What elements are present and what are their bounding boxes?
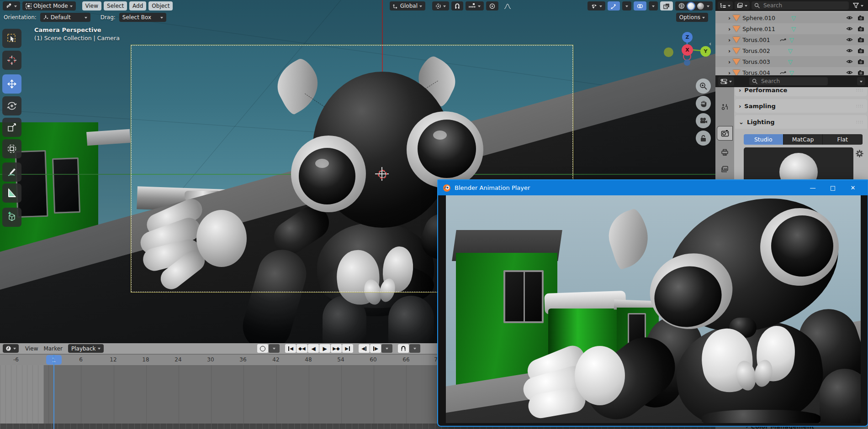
object-name[interactable]: Torus.001 — [742, 37, 770, 43]
gizmo-axis-x[interactable]: X — [682, 44, 693, 56]
playback-dropdown[interactable]: Playback — [68, 344, 104, 353]
auto-key-dropdown[interactable] — [269, 344, 280, 353]
outliner-row[interactable]: › Torus.001 ▽ — [715, 34, 868, 45]
orientation-dropdown[interactable]: Default — [40, 13, 90, 22]
expand-arrow-icon[interactable]: › — [728, 26, 730, 32]
animation-player-window[interactable]: Blender Animation Player — □ ✕ — [437, 179, 868, 427]
timeline-menu-view[interactable]: View — [25, 345, 38, 352]
disable-render-camera-icon[interactable] — [857, 37, 864, 42]
proportional-falloff-icon[interactable] — [501, 1, 514, 10]
panel-lighting[interactable]: ⌄Lighting:::: — [735, 115, 867, 129]
gizmo-axis-y-neg[interactable] — [664, 47, 673, 57]
options-dropdown[interactable]: Options — [676, 13, 708, 22]
outliner-row[interactable]: › Torus.003 ▽ — [715, 56, 868, 67]
mode-selector[interactable]: Object Mode — [22, 1, 76, 10]
outliner-row[interactable]: › Sphere.011 ▽ — [715, 23, 868, 34]
tool-annotate[interactable] — [2, 162, 21, 182]
expand-arrow-icon[interactable]: › — [728, 37, 730, 43]
menu-view[interactable]: View — [82, 1, 101, 10]
object-name[interactable]: Sphere.010 — [742, 15, 775, 21]
outliner-row[interactable]: › Torus.004 ▽ — [715, 67, 868, 75]
prev-frame-button[interactable]: ◀ — [359, 344, 370, 353]
outliner-filter[interactable] — [851, 1, 866, 10]
outliner-scene-filter[interactable] — [735, 1, 750, 10]
hide-eye-icon[interactable] — [846, 37, 853, 42]
pivot-point-dropdown[interactable] — [432, 1, 449, 10]
hide-eye-icon[interactable] — [846, 26, 853, 31]
playhead[interactable] — [53, 355, 54, 429]
close-button[interactable]: ✕ — [843, 180, 863, 195]
timeline-snap-button[interactable] — [398, 344, 409, 353]
outliner-search-input[interactable] — [762, 2, 846, 9]
play-button[interactable]: ▶ — [319, 344, 330, 353]
prev-keyframe-button[interactable]: ◆◀ — [296, 344, 307, 353]
tool-move[interactable] — [2, 74, 21, 94]
menu-object[interactable]: Object — [148, 1, 173, 10]
frame-step-dropdown[interactable] — [381, 344, 392, 353]
next-keyframe-button[interactable]: ▶◆ — [331, 344, 342, 353]
overlays-toggle[interactable] — [634, 1, 646, 10]
play-reverse-button[interactable]: ◀ — [308, 344, 319, 353]
tab-view-layer[interactable] — [717, 162, 732, 176]
material-shading-icon[interactable] — [697, 3, 704, 10]
gizmos-dropdown[interactable] — [622, 1, 631, 10]
tab-tool[interactable] — [717, 100, 732, 114]
lock-view-button[interactable] — [696, 131, 711, 146]
jump-start-button[interactable]: ◀ — [285, 344, 296, 353]
properties-search-input[interactable] — [760, 78, 825, 85]
solid-shading-icon[interactable] — [688, 3, 694, 10]
outliner-row[interactable]: › Sphere.010 ▽ — [715, 12, 868, 23]
editor-type-button[interactable] — [3, 1, 20, 10]
tool-scale[interactable] — [2, 118, 21, 137]
hide-eye-icon[interactable] — [846, 70, 853, 75]
auto-key-button[interactable] — [257, 344, 268, 353]
hide-eye-icon[interactable] — [846, 15, 853, 21]
expand-arrow-icon[interactable]: › — [728, 15, 730, 21]
zoom-button[interactable] — [696, 78, 711, 94]
properties-editor-type[interactable] — [718, 77, 734, 86]
player-titlebar[interactable]: Blender Animation Player — □ ✕ — [438, 180, 868, 195]
tab-output[interactable] — [717, 146, 732, 159]
show-gizmo-toggle[interactable] — [587, 1, 605, 10]
menu-select[interactable]: Select — [104, 1, 127, 10]
outliner-display-mode[interactable] — [718, 1, 733, 10]
jump-end-button[interactable]: ▶ — [342, 344, 353, 353]
snap-toggle[interactable] — [451, 1, 463, 10]
gizmo-axis-y[interactable]: Y — [700, 46, 711, 57]
object-name[interactable]: Torus.002 — [742, 47, 770, 54]
tab-flat[interactable]: Flat — [823, 134, 863, 145]
transform-orientation-dropdown[interactable]: Global — [390, 1, 425, 10]
gizmo-axis-z-neg[interactable] — [684, 59, 690, 66]
object-name[interactable]: Torus.003 — [742, 58, 770, 65]
disable-render-camera-icon[interactable] — [857, 26, 864, 31]
maximize-button[interactable]: □ — [823, 180, 843, 195]
gizmo-axis-z[interactable]: Z — [682, 32, 693, 42]
region-collapse-arrow[interactable]: ‹ — [709, 40, 711, 47]
object-name[interactable]: Torus.004 — [742, 69, 770, 76]
panel-sampling[interactable]: ›Sampling:::: — [735, 99, 867, 113]
disable-render-camera-icon[interactable] — [857, 70, 864, 75]
outliner-row[interactable]: › Torus.002 ▽ — [715, 45, 868, 56]
tool-cursor[interactable] — [2, 51, 21, 70]
tool-measure[interactable] — [2, 183, 21, 203]
properties-options-dropdown[interactable] — [857, 77, 865, 85]
object-name[interactable]: Sphere.011 — [742, 26, 775, 32]
tab-matcap[interactable]: MatCap — [783, 134, 823, 145]
hide-eye-icon[interactable] — [846, 48, 853, 53]
navigation-gizmo[interactable]: Z X Y — [660, 31, 715, 68]
tab-render[interactable] — [717, 126, 732, 140]
proportional-edit-toggle[interactable] — [486, 1, 498, 10]
outliner-search[interactable] — [752, 1, 849, 10]
snap-settings-dropdown[interactable] — [466, 1, 484, 10]
pan-button[interactable] — [696, 96, 711, 111]
gizmos-toggle[interactable] — [608, 1, 620, 10]
overlays-dropdown[interactable] — [649, 1, 658, 10]
expand-arrow-icon[interactable]: › — [728, 69, 730, 76]
timeline-snap-dropdown[interactable] — [409, 344, 420, 353]
next-frame-button[interactable]: ▶ — [370, 344, 381, 353]
minimize-button[interactable]: — — [803, 180, 823, 195]
menu-add[interactable]: Add — [129, 1, 146, 10]
disable-render-camera-icon[interactable] — [857, 15, 864, 21]
tool-transform[interactable] — [2, 139, 21, 158]
studiolight-preview[interactable] — [744, 147, 853, 184]
